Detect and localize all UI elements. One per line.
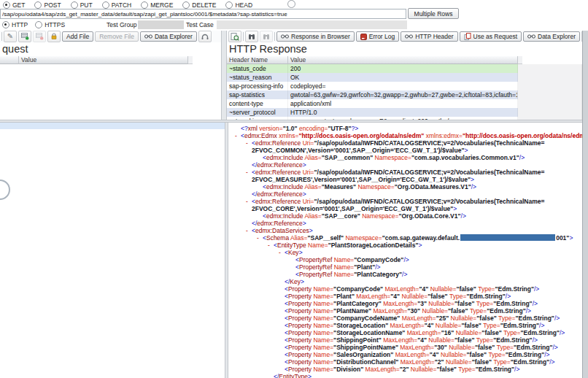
toolbar-separator <box>1 32 2 41</box>
xml-line: </Key> <box>228 278 582 285</box>
xml-token: "Org.OData.Core.V1" <box>398 212 460 220</box>
collapse-marker[interactable]: - <box>246 139 252 147</box>
xml-token: Nullable= <box>456 329 482 336</box>
method-radio-post[interactable]: POST <box>34 1 61 9</box>
test-group-input[interactable] <box>138 20 184 29</box>
response-data-explorer-button[interactable]: Data Explorer <box>523 31 580 42</box>
xml-token: Property <box>288 344 314 351</box>
xml-token: Namespace= <box>345 234 382 242</box>
xml-token: > <box>299 249 303 256</box>
xml-token: > <box>471 176 474 183</box>
collapse-marker[interactable]: - <box>235 132 241 139</box>
xml-token: PropertyRef <box>299 256 334 263</box>
xml-token: "2" <box>400 366 411 373</box>
xml-line: <Property Name="CompanyCode" MaxLength="… <box>228 285 582 293</box>
protocol-radio-http[interactable]: HTTP <box>2 21 28 28</box>
decorative-arc <box>0 180 10 200</box>
find-icon[interactable] <box>245 31 258 42</box>
request-table-body <box>0 64 221 120</box>
xml-token: "Edm.String" <box>495 285 534 293</box>
xml-line: <edmx:Include Alias="SAP__core" Namespac… <box>228 212 582 220</box>
protocol-radio-label: HTTP <box>12 21 28 28</box>
test-case-input[interactable] <box>217 20 407 29</box>
response-body-xml-pane[interactable]: <?xml version="1.0" encoding="UTF-8"?>-<… <box>228 123 582 378</box>
method-radio-delete[interactable]: DELETE <box>182 1 216 9</box>
xml-token: /> <box>403 256 409 263</box>
xml-token: > <box>308 373 312 378</box>
xml-token: "Edm.String" <box>493 336 532 344</box>
method-radio-put[interactable]: PUT <box>71 1 93 9</box>
response-header-row[interactable]: sap-processing-infocodeployed= <box>227 82 582 90</box>
xml-token: Type= <box>476 336 493 344</box>
request-data-explorer-button[interactable]: Data Explorer <box>140 31 197 42</box>
xml-token: xmlns= <box>279 132 298 139</box>
multiple-rows-button[interactable]: Multiple Rows <box>408 8 459 19</box>
method-radio-head[interactable]: HEAD <box>225 1 252 9</box>
response-header-value-cell: HTTP/1.0 <box>288 108 518 117</box>
xml-token: /> <box>375 263 380 271</box>
method-radio-get[interactable]: GET <box>3 1 25 9</box>
response-in-browser-button[interactable]: Response in Browser <box>276 31 355 42</box>
method-radio-merge[interactable]: MERGE <box>141 1 173 9</box>
xml-token: edmx:Reference <box>257 161 302 169</box>
protocol-radio-https[interactable]: HTTPS <box>35 21 65 28</box>
collapse-marker[interactable]: - <box>246 169 252 176</box>
xml-token: "false" <box>428 293 449 300</box>
lock-icon[interactable] <box>47 31 61 42</box>
xml-token: MaxLength= <box>373 307 407 315</box>
selected-row-highlight <box>0 123 225 129</box>
xml-token: Schema <box>266 234 290 242</box>
edit-icon[interactable]: ✎ <box>4 31 17 42</box>
response-header-name-cell: ~status_code <box>227 64 288 73</box>
xml-token: "SAP__common" <box>322 154 375 161</box>
response-header-value-cell: OK <box>288 73 518 82</box>
xml-token: "StorageLocation" <box>333 322 390 329</box>
xml-line: -<EntityType Name="PlantStorageLocationD… <box>228 242 582 249</box>
xml-line: <edmx:Include Alias="SAP__common" Namesp… <box>228 154 582 161</box>
insert-row-icon[interactable] <box>18 31 31 42</box>
http-header-button[interactable]: HTTP Header <box>401 31 457 42</box>
xml-token: "/sap/opu/odata/IWFND/CATALOGSERVICE;v=2… <box>314 198 545 205</box>
xml-token: "false" <box>467 351 489 358</box>
use-as-request-button[interactable]: Use as Request <box>460 31 522 42</box>
add-file-button[interactable]: Add File <box>62 31 93 42</box>
url-input[interactable] <box>0 9 406 19</box>
xml-line: <Property Name="StorageLocation" MaxLeng… <box>228 322 582 329</box>
collapse-marker[interactable]: - <box>268 242 274 249</box>
response-header-row[interactable]: sap-statisticsgwtotal=63,gwfw=29,gwrfcoh… <box>227 90 582 99</box>
test-group-label: Test Group <box>107 21 137 28</box>
xml-line: <Property Name="SalesOrganization" MaxLe… <box>228 351 582 358</box>
collapse-marker[interactable]: - <box>257 234 263 242</box>
method-radio-patch[interactable]: PATCH <box>102 1 132 9</box>
xml-token: "Edm.String" <box>493 300 532 307</box>
xml-token: Nullable= <box>449 344 475 351</box>
xml-token: /> <box>471 183 476 190</box>
xml-token: Nullable= <box>451 315 477 322</box>
xml-token: Type= <box>488 351 505 358</box>
headset-icon[interactable] <box>198 31 212 42</box>
response-header-row[interactable]: content-typeapplication/xml <box>227 99 582 108</box>
request-body-pane[interactable] <box>0 123 225 378</box>
collapse-marker[interactable]: - <box>279 249 285 256</box>
response-header-row[interactable]: ~status_code200 <box>227 64 582 73</box>
response-header-name-cell: content-type <box>227 99 288 108</box>
vertical-splitter-top[interactable] <box>221 31 227 120</box>
xml-token: "4" <box>417 336 428 344</box>
xml-token: Type= <box>478 285 495 293</box>
zoom-document-icon[interactable] <box>228 31 241 42</box>
response-header-row[interactable]: ~status_reasonOK <box>227 73 582 82</box>
collapse-marker[interactable]: - <box>246 198 252 205</box>
radio-circle-icon <box>71 1 78 9</box>
protocol-radio-label: HTTPS <box>45 21 65 28</box>
xml-line: <Property Name="CompanyCodeName" MaxLeng… <box>228 315 582 322</box>
xml-token: Type= <box>449 293 466 300</box>
response-header-row[interactable]: ~server_protocolHTTP/1.0 <box>227 108 582 117</box>
xml-line: </EntityType> <box>228 373 582 378</box>
error-log-button[interactable]: Error Log <box>356 31 399 42</box>
xml-token: Name= <box>313 322 333 329</box>
xml-token: 001" <box>556 234 569 242</box>
xml-token: Nullable= <box>430 285 457 293</box>
xml-token: /> <box>534 285 539 293</box>
collapse-marker[interactable]: - <box>246 227 252 234</box>
xml-token: /> <box>560 329 565 336</box>
